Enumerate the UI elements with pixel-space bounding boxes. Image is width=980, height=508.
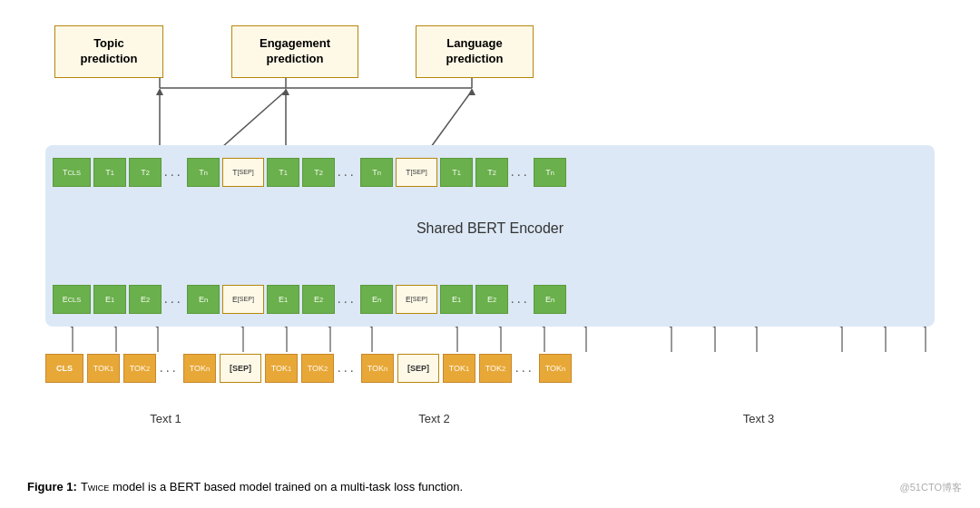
svg-line-2	[222, 91, 286, 147]
e-dots-3: . . .	[511, 292, 531, 307]
t-cls-token: TCLS	[53, 158, 91, 187]
text-1-label: Text 1	[150, 412, 181, 425]
engagement-prediction-box: Engagement prediction	[231, 25, 363, 82]
t-1-token-3: T1	[440, 158, 473, 187]
svg-marker-1	[156, 88, 163, 95]
tok2-input-token-2: TOK2	[301, 354, 334, 383]
figure-caption-bold: Figure 1:	[27, 480, 77, 493]
svg-marker-3	[282, 88, 289, 95]
e-token-row: ECLS E1 E2 . . . En E[SEP] E1 E2 . . . E…	[53, 285, 927, 314]
e-sep-token-2: E[SEP]	[396, 285, 437, 314]
e-1-token: E1	[93, 285, 126, 314]
e-sep-token-1: E[SEP]	[222, 285, 264, 314]
t-n-token-3: Tn	[534, 158, 566, 187]
tokn-input-token-1: TOKn	[183, 354, 216, 383]
t-1-token-2: T1	[267, 158, 299, 187]
text-3-label: Text 3	[743, 412, 775, 425]
language-prediction-box: Language prediction	[416, 25, 538, 82]
watermark: @51CTO博客	[900, 478, 962, 494]
cls-input-token: CLS	[45, 354, 83, 383]
topic-prediction-box: Topic prediction	[54, 25, 172, 82]
input-dots-1: . . .	[160, 361, 180, 376]
t-1-token: T1	[93, 158, 126, 187]
text-2-label: Text 2	[418, 412, 450, 425]
topic-prediction-label: Topic prediction	[81, 36, 138, 67]
sep-input-token-1: [SEP]	[220, 354, 261, 383]
engagement-prediction-label: Engagement prediction	[260, 36, 330, 67]
input-dots-3: . . .	[515, 361, 535, 376]
e-2-token-2: E2	[302, 285, 335, 314]
e-n-token-3: En	[534, 285, 566, 314]
e-1-token-2: E1	[267, 285, 299, 314]
t-sep-token-2: T[SEP]	[396, 158, 437, 187]
tok1-input-token: TOK1	[87, 354, 120, 383]
t-n-token-1: Tn	[187, 158, 220, 187]
e-dots-1: . . .	[164, 292, 184, 307]
sep-input-token-2: [SEP]	[397, 354, 439, 383]
main-container: Topic prediction Engagement prediction L…	[0, 0, 980, 508]
tok2-input-token: TOK2	[123, 354, 156, 383]
e-1-token-3: E1	[440, 285, 473, 314]
t-n-token-2: Tn	[360, 158, 393, 187]
svg-marker-6	[468, 88, 475, 95]
t-dots-3: . . .	[511, 165, 531, 180]
input-token-row: CLS TOK1 TOK2 . . . TOKn [SEP] TOK1 TOK2…	[45, 354, 935, 383]
e-dots-2: . . .	[338, 292, 358, 307]
figure-caption: Figure 1: Twice model is a BERT based mo…	[27, 478, 871, 494]
bert-encoder-area: Shared BERT Encoder TCLS T1 T2 . . . Tn …	[45, 145, 935, 327]
language-prediction-label: Language prediction	[446, 36, 504, 67]
text-labels-row: Text 1 Text 2 Text 3	[45, 410, 935, 426]
input-dots-2: . . .	[338, 361, 358, 376]
tokn-input-token-3: TOKn	[539, 354, 572, 383]
figure-caption-text: Twice model is a BERT based model traine…	[81, 480, 463, 493]
e-2-token: E2	[129, 285, 162, 314]
t-2-token: T2	[129, 158, 162, 187]
e-n-token-2: En	[360, 285, 393, 314]
t-sep-token-1: T[SEP]	[222, 158, 264, 187]
e-cls-token: ECLS	[53, 285, 91, 314]
t-dots-2: . . .	[338, 165, 358, 180]
t-dots-1: . . .	[164, 165, 184, 180]
tok1-input-token-2: TOK1	[265, 354, 298, 383]
e-2-token-3: E2	[475, 285, 508, 314]
t-2-token-3: T2	[475, 158, 508, 187]
tok2-input-token-3: TOK2	[479, 354, 512, 383]
svg-line-5	[431, 91, 472, 147]
bert-label: Shared BERT Encoder	[45, 220, 935, 237]
t-2-token-2: T2	[302, 158, 335, 187]
tokn-input-token-2: TOKn	[361, 354, 394, 383]
e-n-token-1: En	[187, 285, 220, 314]
tok1-input-token-3: TOK1	[443, 354, 475, 383]
t-token-row: TCLS T1 T2 . . . Tn T[SEP] T1 T2 . . . T…	[53, 158, 927, 187]
